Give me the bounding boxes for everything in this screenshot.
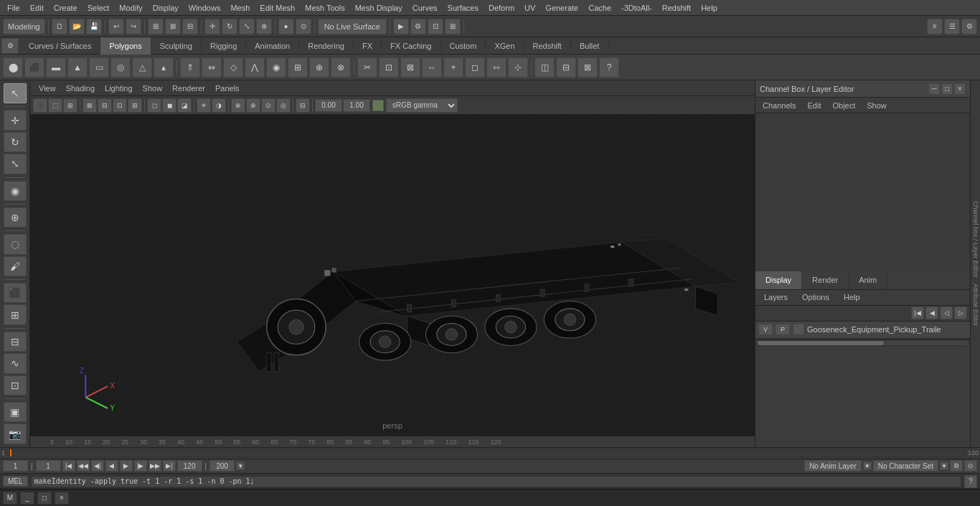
layers-scroll-left[interactable]: ◀ xyxy=(925,306,938,319)
render-seq-btn[interactable]: ⊞ xyxy=(445,19,461,34)
tl-play-fwd-btn[interactable]: ▶ xyxy=(120,460,133,472)
tool-settings-toggle[interactable]: ⚙ xyxy=(961,19,977,34)
shelf-pyramid[interactable]: ▴ xyxy=(154,57,174,78)
vp-film-gate-btn[interactable]: ⬚ xyxy=(48,98,62,113)
menu-deform[interactable]: Deform xyxy=(484,2,519,14)
attribute-editor-side-label[interactable]: Attribute Editor xyxy=(972,281,979,329)
display-tab-display[interactable]: Display xyxy=(755,271,802,289)
vp-menu-renderer[interactable]: Renderer xyxy=(168,83,209,94)
menu-select[interactable]: Select xyxy=(83,2,114,14)
soft-select-btn[interactable]: ● xyxy=(278,19,294,34)
vp-menu-lighting[interactable]: Lighting xyxy=(100,83,137,94)
snap-live-btn[interactable]: ⊙ xyxy=(296,19,311,34)
vp-value2-input[interactable] xyxy=(343,99,370,112)
rotate-tool-btn[interactable]: ↻ xyxy=(222,19,237,34)
shelf-sphere[interactable]: ⬤ xyxy=(3,57,23,78)
tl-anim-options-btn[interactable]: ▼ xyxy=(863,462,872,470)
lasso-tool[interactable]: ◌ xyxy=(4,234,27,254)
tab-curves-surfaces[interactable]: Curves / Surfaces xyxy=(20,37,100,55)
display-mode-btn[interactable]: ⬛ xyxy=(4,283,27,303)
layers-scroll-right2[interactable]: ▷ xyxy=(954,306,967,319)
render-region-btn[interactable]: ▣ xyxy=(4,402,27,422)
cb-close-btn[interactable]: × xyxy=(954,83,966,95)
vp-hud-btn[interactable]: ⊟ xyxy=(296,98,310,113)
shelf-separate[interactable]: ⊗ xyxy=(331,57,351,78)
menu-surfaces[interactable]: Surfaces xyxy=(443,2,483,14)
cb-object-menu[interactable]: Object xyxy=(828,100,859,111)
snap-curve-btn[interactable]: ∿ xyxy=(4,353,27,373)
tab-fx[interactable]: FX xyxy=(354,37,382,55)
layers-menu-options[interactable]: Options xyxy=(798,291,834,303)
tl-prev-key-btn[interactable]: ◀| xyxy=(91,460,104,472)
snap-point-btn[interactable]: ⊡ xyxy=(4,375,27,395)
vp-lighting-mode-btn[interactable]: ☀ xyxy=(197,98,211,113)
max-frame-input[interactable] xyxy=(209,460,235,472)
tl-step-back-btn[interactable]: ◀◀ xyxy=(77,460,90,472)
tl-anim-layer-btn[interactable]: No Anim Layer xyxy=(804,460,862,472)
tab-bullet[interactable]: Bullet xyxy=(571,37,609,55)
vp-ao-btn[interactable]: ⊙ xyxy=(261,98,275,113)
tl-go-start-btn[interactable]: |◀ xyxy=(62,460,75,472)
menu-modify[interactable]: Modify xyxy=(115,2,146,14)
quick-layout-btn[interactable]: ⊞ xyxy=(4,304,27,324)
menu-edit-mesh[interactable]: Edit Mesh xyxy=(255,2,299,14)
shelf-plane[interactable]: ▭ xyxy=(89,57,109,78)
menu-curves[interactable]: Curves xyxy=(408,2,442,14)
tab-settings-btn[interactable]: ⚙ xyxy=(1,38,19,54)
tab-sculpting[interactable]: Sculpting xyxy=(151,37,202,55)
menu-windows[interactable]: Windows xyxy=(184,2,225,14)
layers-scroll-start[interactable]: |◀ xyxy=(911,306,924,319)
layers-menu-layers[interactable]: Layers xyxy=(760,291,792,303)
command-help-btn[interactable]: ? xyxy=(964,475,977,488)
taskbar-app-icon[interactable]: M xyxy=(3,492,17,505)
shelf-bevel[interactable]: ◇ xyxy=(223,57,243,78)
tab-rigging[interactable]: Rigging xyxy=(202,37,246,55)
live-surface-btn[interactable]: No Live Surface xyxy=(318,19,387,34)
vp-menu-panels[interactable]: Panels xyxy=(211,83,244,94)
menu-cache[interactable]: Cache xyxy=(584,2,616,14)
soft-select-tool[interactable]: ◉ xyxy=(4,181,27,201)
undo-btn[interactable]: ↩ xyxy=(108,19,124,34)
display-tab-anim[interactable]: Anim xyxy=(849,271,887,289)
menu-edit[interactable]: Edit xyxy=(26,2,48,14)
tl-step-fwd-btn[interactable]: ▶▶ xyxy=(149,460,161,472)
range-end-input[interactable] xyxy=(177,460,202,472)
vp-shading-btn[interactable]: ◪ xyxy=(177,98,192,113)
vp-menu-shading[interactable]: Shading xyxy=(62,83,99,94)
layers-scrollbar[interactable] xyxy=(755,339,970,347)
tab-fx-caching[interactable]: FX Caching xyxy=(382,37,440,55)
vp-wireframe-btn[interactable]: ◻ xyxy=(147,98,161,113)
vp-anti-alias-btn[interactable]: ◎ xyxy=(276,98,291,113)
vp-comp-tag-btn[interactable]: ⊟ xyxy=(98,98,112,113)
tab-animation[interactable]: Animation xyxy=(246,37,299,55)
layer-name[interactable]: Gooseneck_Equipment_Pickup_Traile xyxy=(807,325,967,334)
menu-3dtoall[interactable]: -3DtoAll- xyxy=(617,2,656,14)
tab-custom[interactable]: Custom xyxy=(441,37,486,55)
cb-show-menu[interactable]: Show xyxy=(862,100,891,111)
paint-select-tool[interactable]: 🖌 xyxy=(4,256,27,276)
shelf-slide[interactable]: ↔ xyxy=(422,57,442,78)
vp-colorspace-select[interactable]: sRGB gamma xyxy=(386,98,458,113)
cb-channels-menu[interactable]: Channels xyxy=(758,100,800,111)
select-by-component-btn[interactable]: ⊠ xyxy=(165,19,181,34)
move-tool-btn[interactable]: ✛ xyxy=(204,19,220,34)
vp-xray-btn[interactable]: ⊕ xyxy=(231,98,245,113)
menu-mesh-tools[interactable]: Mesh Tools xyxy=(301,2,349,14)
vp-color-swatch[interactable] xyxy=(372,100,384,111)
script-mode-btn[interactable]: MEL xyxy=(3,476,28,487)
menu-redshift[interactable]: Redshift xyxy=(658,2,695,14)
vp-shadow-btn[interactable]: ◑ xyxy=(212,98,226,113)
create-camera-btn[interactable]: 📷 xyxy=(4,423,27,444)
layer-playback-btn[interactable]: P xyxy=(776,324,790,335)
render-ipr-btn[interactable]: ⊡ xyxy=(428,19,443,34)
menu-help[interactable]: Help xyxy=(697,2,722,14)
menu-uv[interactable]: UV xyxy=(520,2,540,14)
shelf-cone[interactable]: ▲ xyxy=(67,57,88,78)
shelf-prism[interactable]: △ xyxy=(132,57,152,78)
menu-generate[interactable]: Generate xyxy=(541,2,583,14)
shelf-smooth[interactable]: ◉ xyxy=(266,57,286,78)
move-tool[interactable]: ✛ xyxy=(4,110,27,130)
vp-smooth-shade-btn[interactable]: ◼ xyxy=(162,98,176,113)
shelf-planar-map[interactable]: ⊟ xyxy=(556,57,576,78)
tl-next-key-btn[interactable]: |▶ xyxy=(134,460,147,472)
